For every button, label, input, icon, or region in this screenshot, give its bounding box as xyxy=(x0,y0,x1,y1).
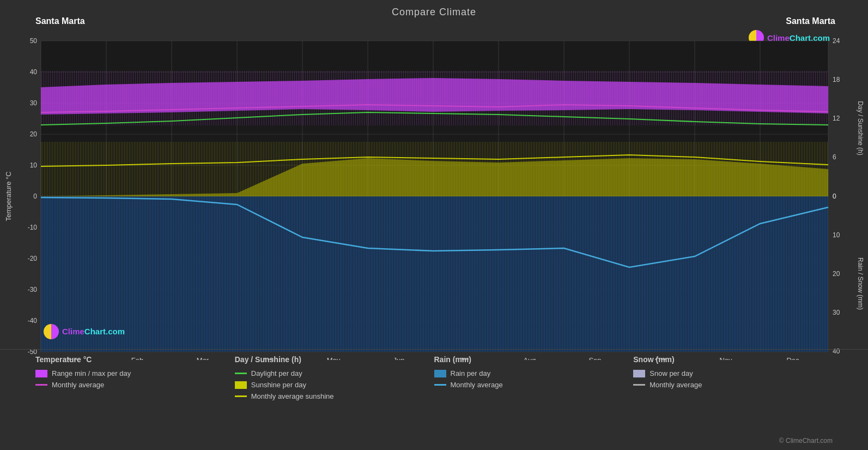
legend-item-rain-avg: Monthly average xyxy=(434,381,634,389)
page-title: Compare Climate xyxy=(0,0,868,18)
svg-text:-10: -10 xyxy=(28,224,38,231)
legend-swatch-rain xyxy=(434,370,446,377)
legend-title-snow: Snow (mm) xyxy=(633,355,833,364)
svg-text:Day / Sunshine (h): Day / Sunshine (h) xyxy=(857,101,864,155)
svg-text:6: 6 xyxy=(833,153,836,161)
legend-label-daylight: Daylight per day xyxy=(251,369,302,377)
svg-text:10: 10 xyxy=(833,231,840,239)
legend-label-sunshine-avg: Monthly average sunshine xyxy=(251,392,334,400)
svg-text:0: 0 xyxy=(33,193,37,200)
legend-col-sunshine: Day / Sunshine (h) Daylight per day Suns… xyxy=(235,350,434,445)
legend-label-rain-day: Rain per day xyxy=(451,369,491,377)
legend-item-sunshine-day: Sunshine per day xyxy=(235,381,434,389)
svg-text:10: 10 xyxy=(30,161,38,169)
legend-label-snow-avg: Monthly average xyxy=(650,381,702,389)
svg-text:20: 20 xyxy=(30,130,38,138)
legend-line-temp-avg xyxy=(35,384,47,386)
legend-item-temp-range: Range min / max per day xyxy=(35,369,235,377)
svg-text:50: 50 xyxy=(30,37,38,45)
legend-label-rain-avg: Monthly average xyxy=(451,381,503,389)
legend-swatch-snow xyxy=(633,370,645,377)
legend-swatch-sunshine xyxy=(235,381,247,389)
svg-text:18: 18 xyxy=(833,76,840,83)
svg-text:30: 30 xyxy=(833,309,840,316)
legend-title-sunshine: Day / Sunshine (h) xyxy=(235,355,434,364)
svg-text:24: 24 xyxy=(833,37,840,45)
legend-label-sunshine-day: Sunshine per day xyxy=(251,381,306,389)
logo-circle-icon-bottom xyxy=(44,324,59,339)
svg-text:-20: -20 xyxy=(28,255,38,262)
legend-area: Temperature °C Range min / max per day M… xyxy=(0,349,868,445)
legend-label-temp-range: Range min / max per day xyxy=(52,369,131,377)
legend-line-daylight xyxy=(235,373,247,374)
svg-text:12: 12 xyxy=(833,115,840,122)
svg-text:30: 30 xyxy=(30,99,38,107)
legend-line-sunshine-avg xyxy=(235,395,247,397)
legend-col-temperature: Temperature °C Range min / max per day M… xyxy=(35,350,235,445)
svg-text:-40: -40 xyxy=(28,317,38,325)
main-chart: 50 40 30 20 10 0 -10 -20 -30 -40 -50 24 … xyxy=(0,22,868,360)
legend-line-snow-avg xyxy=(633,384,645,386)
legend-line-rain-avg xyxy=(434,384,446,386)
legend-item-snow-avg: Monthly average xyxy=(633,381,833,389)
legend-title-temperature: Temperature °C xyxy=(35,355,235,364)
svg-rect-33 xyxy=(41,196,828,352)
legend-item-rain-day: Rain per day xyxy=(434,369,634,377)
svg-text:-30: -30 xyxy=(28,286,38,293)
svg-rect-30 xyxy=(41,142,828,196)
page-container: Compare Climate Santa Marta Santa Marta … xyxy=(0,0,868,450)
legend-swatch-temp-range xyxy=(35,370,47,377)
legend-title-rain: Rain (mm) xyxy=(434,355,634,364)
svg-text:Rain / Snow (mm): Rain / Snow (mm) xyxy=(857,257,864,310)
legend-label-temp-avg: Monthly average xyxy=(52,381,104,389)
logo-text-bottom: ClimeChart.com xyxy=(62,327,125,336)
legend-item-snow-day: Snow per day xyxy=(633,369,833,377)
svg-text:Temperature °C: Temperature °C xyxy=(4,171,13,221)
copyright-label: © ClimeChart.com xyxy=(779,437,833,445)
svg-text:0: 0 xyxy=(833,193,836,200)
legend-label-snow-day: Snow per day xyxy=(650,369,693,377)
svg-text:20: 20 xyxy=(833,270,840,278)
legend-col-rain: Rain (mm) Rain per day Monthly average xyxy=(434,350,634,445)
legend-item-temp-avg: Monthly average xyxy=(35,381,235,389)
legend-col-snow: Snow (mm) Snow per day Monthly average xyxy=(633,350,833,445)
legend-item-sunshine-avg: Monthly average sunshine xyxy=(235,392,434,400)
svg-text:40: 40 xyxy=(30,68,38,76)
svg-rect-27 xyxy=(41,71,828,125)
legend-item-daylight: Daylight per day xyxy=(235,369,434,377)
